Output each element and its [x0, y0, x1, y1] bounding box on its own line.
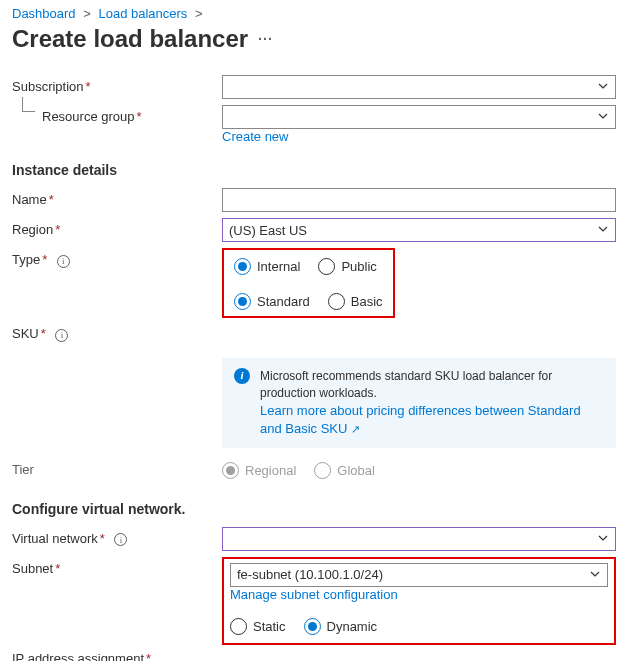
external-link-icon: ↗: [351, 423, 360, 435]
label-subnet: Subnet*: [12, 557, 222, 576]
section-instance-details: Instance details: [12, 162, 616, 178]
radio-tier-global: Global: [314, 462, 375, 479]
vnet-select[interactable]: [222, 527, 616, 551]
label-vnet: Virtual network* i: [12, 527, 222, 547]
label-resource-group: Resource group*: [12, 105, 222, 124]
radio-type-public[interactable]: Public: [318, 258, 376, 275]
breadcrumb-load-balancers[interactable]: Load balancers: [98, 6, 187, 21]
label-subscription: Subscription*: [12, 75, 222, 94]
label-sku: SKU* i: [12, 322, 222, 342]
manage-subnet-link[interactable]: Manage subnet configuration: [230, 587, 398, 602]
chevron-down-icon: [597, 80, 609, 92]
breadcrumb-dashboard[interactable]: Dashboard: [12, 6, 76, 21]
label-name: Name*: [12, 188, 222, 207]
chevron-right-icon: >: [83, 6, 91, 21]
radio-tier-regional: Regional: [222, 462, 296, 479]
section-configure-vnet: Configure virtual network.: [12, 501, 616, 517]
sku-info-box: i Microsoft recommends standard SKU load…: [222, 358, 616, 448]
radio-type-internal[interactable]: Internal: [234, 258, 300, 275]
radio-ip-dynamic[interactable]: Dynamic: [304, 618, 378, 635]
radio-ip-static[interactable]: Static: [230, 618, 286, 635]
breadcrumb: Dashboard > Load balancers >: [12, 6, 616, 21]
subscription-select[interactable]: [222, 75, 616, 99]
chevron-down-icon: [597, 110, 609, 122]
info-icon[interactable]: i: [57, 255, 70, 268]
chevron-down-icon: [589, 568, 601, 580]
label-ip-assign: IP address assignment*: [12, 647, 222, 661]
info-icon: i: [234, 368, 250, 384]
sku-pricing-link[interactable]: Learn more about pricing differences bet…: [260, 403, 581, 436]
label-type: Type* i: [12, 248, 222, 268]
radio-sku-standard[interactable]: Standard: [234, 293, 310, 310]
create-new-link[interactable]: Create new: [222, 129, 288, 144]
resource-group-select[interactable]: [222, 105, 616, 129]
info-icon[interactable]: i: [114, 533, 127, 546]
chevron-down-icon: [597, 223, 609, 235]
chevron-down-icon: [597, 532, 609, 544]
region-select[interactable]: (US) East US: [222, 218, 616, 242]
more-icon[interactable]: ···: [258, 31, 273, 47]
label-region: Region*: [12, 218, 222, 237]
label-tier: Tier: [12, 458, 222, 477]
info-icon[interactable]: i: [55, 329, 68, 342]
chevron-right-icon: >: [195, 6, 203, 21]
subnet-select[interactable]: fe-subnet (10.100.1.0/24): [230, 563, 608, 587]
name-input[interactable]: [222, 188, 616, 212]
radio-sku-basic[interactable]: Basic: [328, 293, 383, 310]
page-title: Create load balancer ···: [12, 25, 616, 53]
